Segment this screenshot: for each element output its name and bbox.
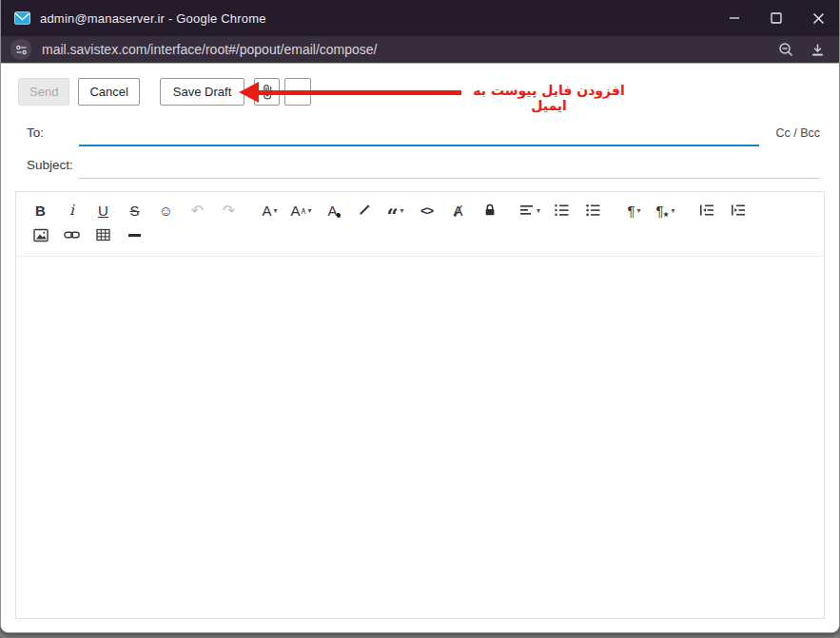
font-family-icon: A [262, 203, 271, 219]
cc-bcc-toggle[interactable]: Cc / Bcc [775, 126, 820, 146]
highlighter-icon [357, 203, 372, 218]
subject-input[interactable] [79, 155, 820, 179]
send-button[interactable]: Send [18, 78, 69, 106]
blockquote-icon: “ [386, 213, 398, 219]
tune-icon [15, 44, 28, 56]
code-button[interactable]: <> [414, 199, 440, 222]
toolbar-row-2 [28, 222, 814, 253]
minimize-icon [729, 12, 740, 24]
download-button[interactable] [810, 42, 826, 58]
lock-button[interactable] [477, 199, 502, 222]
site-settings-button[interactable] [10, 39, 31, 60]
table-icon [96, 228, 110, 242]
chevron-down-icon: ▾ [672, 206, 675, 215]
chevron-down-icon: ▾ [274, 206, 278, 215]
text-color-button[interactable]: A [320, 199, 345, 222]
indent-icon [731, 203, 746, 217]
zoom-out-button[interactable] [778, 42, 794, 58]
redo-button[interactable]: ↷ [216, 199, 242, 222]
redo-icon: ↷ [223, 202, 235, 220]
close-button[interactable] [797, 0, 839, 36]
lock-icon [482, 203, 498, 218]
color-droplet-icon [337, 213, 341, 218]
paragraph-style-button[interactable]: ¶▾ [621, 199, 647, 222]
ordered-list-button[interactable] [549, 199, 575, 222]
annotation-text: افزودن فایل پیوست به ایمیل [464, 83, 634, 113]
font-size-icon: A [291, 203, 301, 219]
text-color-icon: A [327, 203, 337, 219]
subject-label: Subject: [27, 158, 79, 179]
italic-button[interactable]: i [59, 199, 85, 222]
insert-link-button[interactable] [59, 223, 85, 246]
clear-format-button[interactable]: Ⱥ [445, 199, 471, 222]
to-input[interactable] [79, 121, 759, 146]
compose-body[interactable] [16, 257, 824, 618]
window-title: admin@manaserver.ir - Google Chrome [40, 11, 713, 26]
font-size-button[interactable]: Aᴀ▾ [288, 199, 314, 222]
minimize-button[interactable] [713, 0, 755, 36]
annotation-arrow-body [256, 90, 461, 95]
undo-icon: ↶ [191, 202, 204, 220]
emoji-icon: ☺ [159, 203, 173, 219]
unordered-list-button[interactable] [580, 199, 606, 222]
maximize-icon [771, 12, 782, 24]
window-controls [713, 0, 839, 36]
email-favicon-icon [14, 11, 30, 25]
window-titlebar: admin@manaserver.ir - Google Chrome [1, 0, 839, 36]
url-text[interactable]: mail.savistex.com/interface/root#/popout… [42, 42, 763, 57]
italic-icon: i [69, 202, 74, 219]
rich-text-editor: B i U S ☺ ↶ ↷ A▾ Aᴀ▾ A [15, 191, 825, 619]
font-size-small-icon: ᴀ [302, 205, 306, 216]
image-icon [33, 228, 49, 242]
compose-page: Send Cancel Save Draft افزودن فایل پیوست… [1, 64, 839, 632]
code-icon: <> [420, 203, 433, 218]
subject-row: Subject: [27, 155, 820, 179]
undo-button[interactable]: ↶ [185, 199, 210, 222]
zoom-out-icon [778, 42, 794, 58]
insert-image-button[interactable] [28, 223, 53, 246]
save-draft-button[interactable]: Save Draft [160, 78, 244, 106]
horizontal-rule-button[interactable] [122, 223, 147, 246]
cancel-button[interactable]: Cancel [78, 78, 139, 106]
chevron-down-icon: ▾ [537, 206, 540, 215]
highlight-button[interactable] [351, 199, 377, 222]
download-icon [810, 42, 826, 58]
toolbar-row-1: B i U S ☺ ↶ ↷ A▾ Aᴀ▾ A [28, 199, 814, 222]
indent-button[interactable] [725, 199, 751, 222]
ordered-list-icon [555, 203, 569, 217]
paragraph-format-button[interactable]: ¶★▾ [653, 199, 678, 222]
align-button[interactable]: ▾ [518, 199, 543, 222]
bold-button[interactable]: B [28, 199, 53, 222]
strikethrough-button[interactable]: S [122, 199, 147, 222]
star-icon: ★ [662, 210, 669, 219]
to-label: To: [27, 126, 79, 146]
bold-icon: B [35, 203, 46, 219]
link-icon [64, 229, 80, 241]
chevron-down-icon: ▾ [400, 206, 404, 215]
strikethrough-icon: S [129, 203, 139, 219]
chevron-down-icon: ▾ [637, 206, 641, 215]
chevron-down-icon: ▾ [307, 206, 311, 215]
paragraph-icon: ¶ [627, 203, 635, 219]
browser-urlbar: mail.savistex.com/interface/root#/popout… [1, 36, 839, 64]
horizontal-rule-icon [128, 234, 141, 237]
font-family-button[interactable]: A▾ [257, 199, 283, 222]
underline-button[interactable]: U [90, 199, 116, 222]
compose-actions: Send Cancel Save Draft [1, 64, 839, 106]
desktop-background: admin@manaserver.ir - Google Chrome [0, 0, 840, 638]
browser-window: admin@manaserver.ir - Google Chrome [0, 0, 840, 633]
to-row: To: Cc / Bcc [27, 121, 820, 146]
outdent-icon [699, 203, 714, 217]
blockquote-button[interactable]: “▾ [382, 199, 408, 222]
editor-toolbar: B i U S ☺ ↶ ↷ A▾ Aᴀ▾ A [16, 192, 824, 257]
maximize-button[interactable] [755, 0, 797, 36]
close-icon [812, 12, 825, 25]
underline-icon: U [98, 203, 108, 219]
unordered-list-icon [586, 203, 600, 217]
align-left-icon [520, 203, 535, 217]
emoji-button[interactable]: ☺ [153, 199, 179, 222]
outdent-button[interactable] [693, 199, 719, 222]
insert-table-button[interactable] [90, 223, 116, 246]
clear-format-icon: Ⱥ [453, 203, 462, 219]
